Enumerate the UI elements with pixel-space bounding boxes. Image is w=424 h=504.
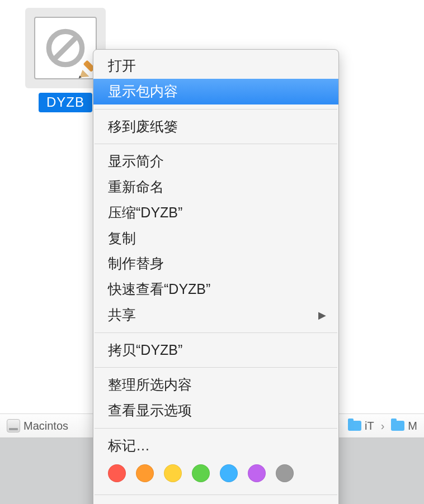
- menu-get-info-label: 显示简介: [108, 153, 164, 169]
- tag-color-purple[interactable]: [248, 464, 266, 482]
- submenu-arrow-icon: ▶: [318, 308, 326, 321]
- menu-copy-label: 拷贝“DYZB”: [108, 342, 182, 358]
- menu-duplicate[interactable]: 复制: [93, 226, 338, 251]
- menu-move-to-trash-label: 移到废纸篓: [108, 118, 178, 134]
- menu-make-alias[interactable]: 制作替身: [93, 251, 338, 277]
- menu-show-package-contents-label: 显示包内容: [108, 83, 178, 99]
- menu-clean-up-selection-label: 整理所选内容: [108, 377, 192, 392]
- menu-duplicate-label: 复制: [108, 230, 136, 246]
- path-item-label[interactable]: iT: [365, 420, 374, 432]
- menu-separator: [95, 144, 337, 144]
- menu-rename-label: 重新命名: [108, 179, 164, 194]
- menu-tags-label: 标记…: [108, 438, 150, 453]
- path-right-group: iT › M: [348, 420, 417, 432]
- menu-tags[interactable]: 标记…: [93, 433, 338, 459]
- tag-color-blue[interactable]: [220, 464, 238, 482]
- app-icon: [34, 17, 97, 79]
- menu-open[interactable]: 打开: [93, 53, 338, 79]
- svg-marker-2: [79, 70, 89, 78]
- path-drive-item[interactable]: Macintos: [7, 419, 68, 432]
- tag-color-green[interactable]: [192, 464, 210, 482]
- menu-rename[interactable]: 重新命名: [93, 174, 338, 200]
- svg-line-1: [54, 37, 77, 60]
- menu-services[interactable]: 服务 ▶: [93, 500, 338, 505]
- menu-move-to-trash[interactable]: 移到废纸篓: [93, 114, 338, 140]
- menu-separator: [95, 428, 337, 429]
- menu-separator: [95, 332, 337, 333]
- menu-separator: [95, 109, 337, 110]
- tag-color-gray[interactable]: [276, 464, 294, 482]
- menu-clean-up-selection[interactable]: 整理所选内容: [93, 372, 338, 398]
- menu-share[interactable]: 共享 ▶: [93, 302, 338, 328]
- menu-separator: [95, 367, 337, 368]
- menu-get-info[interactable]: 显示简介: [93, 149, 338, 174]
- menu-separator: [95, 495, 337, 495]
- menu-show-view-options[interactable]: 查看显示选项: [93, 398, 338, 424]
- path-item-label[interactable]: M: [408, 420, 417, 432]
- drive-icon: [7, 419, 20, 432]
- menu-share-label: 共享: [108, 307, 136, 322]
- menu-compress[interactable]: 压缩“DYZB”: [93, 200, 338, 226]
- menu-copy[interactable]: 拷贝“DYZB”: [93, 337, 338, 363]
- path-drive-label: Macintos: [23, 420, 68, 432]
- file-label: DYZB: [39, 93, 92, 112]
- menu-make-alias-label: 制作替身: [108, 255, 164, 271]
- menu-quick-look[interactable]: 快速查看“DYZB”: [93, 277, 338, 302]
- folder-icon: [391, 421, 404, 431]
- path-separator-icon: ›: [381, 420, 385, 432]
- tag-color-orange[interactable]: [136, 464, 154, 482]
- menu-show-view-options-label: 查看显示选项: [108, 402, 192, 418]
- context-menu: 打开 显示包内容 移到废纸篓 显示简介 重新命名 压缩“DYZB” 复制 制作替…: [93, 49, 339, 504]
- tag-color-red[interactable]: [108, 464, 126, 482]
- menu-compress-label: 压缩“DYZB”: [108, 205, 182, 220]
- folder-icon: [348, 421, 361, 431]
- menu-open-label: 打开: [108, 58, 136, 73]
- menu-quick-look-label: 快速查看“DYZB”: [108, 281, 210, 297]
- menu-show-package-contents[interactable]: 显示包内容: [93, 79, 338, 104]
- tag-color-yellow[interactable]: [164, 464, 182, 482]
- tag-color-row: [93, 459, 338, 490]
